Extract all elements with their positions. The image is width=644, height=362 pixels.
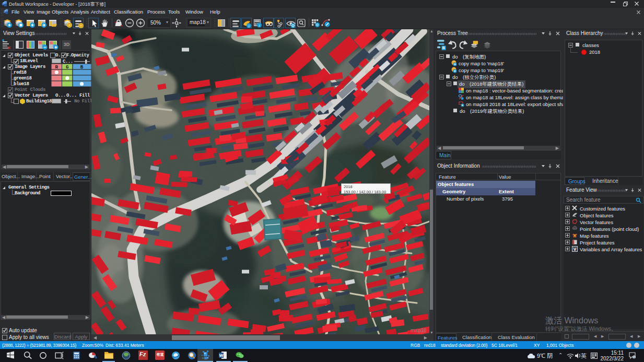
svg-text:V: V bbox=[573, 247, 577, 252]
svg-text:B: B bbox=[80, 64, 84, 70]
svg-text:W: W bbox=[219, 353, 224, 358]
svg-text:i: i bbox=[249, 24, 250, 28]
svg-text:R: R bbox=[55, 64, 58, 70]
svg-text:map18: map18 bbox=[411, 328, 427, 333]
svg-text:B: B bbox=[442, 45, 445, 50]
svg-text:G: G bbox=[66, 64, 69, 70]
svg-text:i: i bbox=[259, 24, 260, 28]
